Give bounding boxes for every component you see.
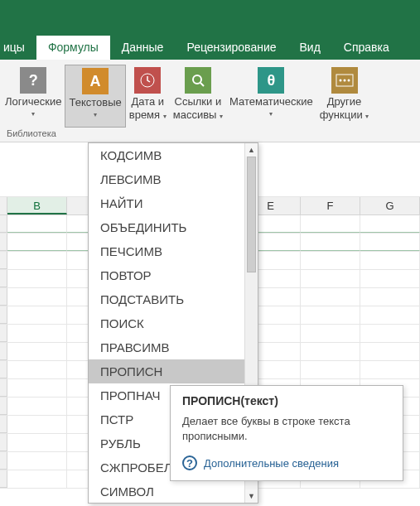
chevron-down-icon: ▾ — [94, 111, 97, 119]
logical-button[interactable]: ? Логические ▾ — [2, 65, 65, 128]
col-header-G[interactable]: G — [360, 197, 420, 214]
svg-point-4 — [343, 80, 345, 82]
dropdown-item[interactable]: ОБЪЕДИНИТЬ — [89, 215, 244, 239]
dropdown-item[interactable]: ПОДСТАВИТЬ — [89, 287, 244, 311]
ribbon: ? Логические ▾ A Текстовые ▾ Дата и врем… — [0, 60, 420, 142]
text-button[interactable]: A Текстовые ▾ — [65, 65, 125, 128]
more-button[interactable]: Другие функции ▾ — [316, 65, 373, 128]
tab-help[interactable]: Справка — [332, 36, 401, 60]
dropdown-item[interactable]: ПРАВСИМВ — [89, 335, 244, 359]
text-icon: A — [82, 68, 109, 94]
math-label: Математические — [229, 95, 313, 108]
lookup-label-2: массивы — [173, 108, 217, 121]
scroll-down-arrow[interactable]: ▼ — [245, 489, 258, 503]
select-all-corner[interactable] — [0, 197, 7, 214]
more-info-label: Дополнительные сведения — [204, 457, 339, 470]
more-info-link[interactable]: ? Дополнительные сведения — [182, 455, 391, 470]
math-button[interactable]: θ Математические ▾ — [226, 65, 316, 128]
dropdown-item[interactable]: НАЙТИ — [89, 191, 244, 215]
titlebar — [0, 0, 420, 35]
chevron-down-icon: ▾ — [220, 113, 223, 120]
ribbon-group-label: Библиотека — [7, 128, 56, 138]
tab-formulas[interactable]: Формулы — [36, 36, 110, 60]
tooltip-title: ПРОПИСН(текст) — [182, 394, 391, 407]
scroll-thumb[interactable] — [247, 157, 256, 272]
tab-view[interactable]: Вид — [288, 36, 332, 60]
chevron-down-icon: ▾ — [269, 110, 273, 118]
tooltip-body: Делает все буквы в строке текста прописн… — [182, 414, 391, 444]
dropdown-item[interactable]: КОДСИМВ — [89, 143, 244, 167]
dropdown-item[interactable]: ПЕЧСИМВ — [89, 239, 244, 263]
lookup-label-1: Ссылки и — [175, 95, 222, 108]
ribbon-tabbar: ицы Формулы Данные Рецензирование Вид Сп… — [0, 35, 420, 60]
chevron-down-icon: ▾ — [163, 113, 167, 120]
dropdown-item[interactable]: ПОИСК — [89, 311, 244, 335]
svg-point-5 — [347, 80, 350, 82]
clock-icon — [134, 67, 161, 94]
more-label-1: Другие — [327, 95, 362, 108]
tab-review[interactable]: Рецензирование — [175, 36, 287, 60]
tab-partial[interactable]: ицы — [0, 36, 36, 60]
more-icon — [331, 67, 358, 94]
scroll-up-arrow[interactable]: ▲ — [245, 143, 258, 157]
more-label-2: функции — [320, 108, 363, 121]
dropdown-item[interactable]: ЛЕВСИМВ — [89, 167, 244, 191]
chevron-down-icon: ▾ — [31, 110, 35, 118]
col-header-B[interactable]: B — [7, 197, 67, 214]
col-header-F[interactable]: F — [301, 197, 360, 214]
datetime-label-2: время — [129, 108, 160, 121]
theta-icon: θ — [258, 67, 284, 94]
lookup-button[interactable]: Ссылки и массивы ▾ — [170, 65, 226, 128]
datetime-button[interactable]: Дата и время ▾ — [126, 65, 170, 128]
chevron-down-icon: ▾ — [365, 113, 369, 120]
dropdown-item[interactable]: СИМВОЛ — [89, 479, 244, 503]
text-label: Текстовые — [69, 96, 121, 109]
tab-data[interactable]: Данные — [110, 36, 176, 60]
dropdown-item[interactable]: ПРОПИСН — [89, 359, 244, 383]
function-tooltip: ПРОПИСН(текст) Делает все буквы в строке… — [170, 385, 403, 481]
datetime-label-1: Дата и — [131, 95, 164, 108]
logical-icon: ? — [20, 67, 46, 94]
svg-point-1 — [193, 75, 201, 84]
svg-point-3 — [339, 80, 341, 82]
logical-label: Логические — [5, 95, 61, 108]
lookup-icon — [185, 67, 211, 94]
help-icon: ? — [182, 455, 197, 470]
dropdown-item[interactable]: ПОВТОР — [89, 263, 244, 287]
